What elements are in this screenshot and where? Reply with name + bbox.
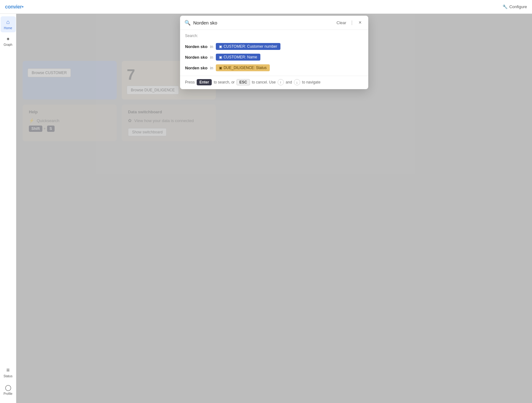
table-icon-3: ▣ xyxy=(219,66,222,70)
search-result-2: Norden sko in ▣ CUSTOMER: Name xyxy=(185,52,363,62)
divider: | xyxy=(351,20,353,25)
search-footer: Press Enter to search, or ESC to cancel.… xyxy=(180,76,368,89)
sidebar-item-profile[interactable]: ◯ Profile xyxy=(1,382,16,398)
arrow-down-icon: ↓ xyxy=(294,79,300,85)
sidebar-item-home[interactable]: ⌂ Home xyxy=(1,16,16,32)
sidebar-item-graph[interactable]: ✦ Graph xyxy=(1,34,16,49)
search-close-button[interactable]: × xyxy=(356,19,364,26)
arrow-up-icon: ↑ xyxy=(278,79,284,85)
graph-icon: ✦ xyxy=(6,36,10,42)
search-body: Search: Norden sko in ▣ CUSTOMER: Custom… xyxy=(180,30,368,76)
main-content: Browse CUSTOMER 7 Browse DUE_DILIGENCE H… xyxy=(16,14,532,403)
search-input-row: 🔍 Clear | × xyxy=(180,16,368,30)
home-icon: ⌂ xyxy=(6,19,10,25)
table-icon-1: ▣ xyxy=(219,45,222,49)
enter-key: Enter xyxy=(197,79,212,85)
search-result-chip-2[interactable]: ▣ CUSTOMER: Name xyxy=(216,54,260,61)
search-icon: 🔍 xyxy=(184,20,191,26)
configure-button[interactable]: 🔧 Configure xyxy=(503,4,527,9)
app-logo: convier• xyxy=(5,4,24,10)
search-result-chip-3[interactable]: ▣ DUE_DILIGENCE: Status xyxy=(216,64,270,71)
search-section-label: Search: xyxy=(185,34,363,38)
search-input[interactable] xyxy=(193,20,333,25)
topbar: convier• 🔧 Configure xyxy=(0,0,532,14)
esc-key: ESC xyxy=(237,79,250,85)
search-clear-button[interactable]: Clear xyxy=(335,20,348,25)
table-icon-2: ▣ xyxy=(219,55,222,59)
sidebar: ⌂ Home ✦ Graph ≡ Status ◯ Profile xyxy=(0,14,16,403)
wrench-icon: 🔧 xyxy=(503,4,508,9)
status-icon: ≡ xyxy=(6,367,10,373)
search-modal: 🔍 Clear | × Search: Norden sko in ▣ CUST… xyxy=(180,16,368,89)
search-result-1: Norden sko in ▣ CUSTOMER: Customer numbe… xyxy=(185,41,363,52)
profile-icon: ◯ xyxy=(5,384,11,391)
search-result-3: Norden sko in ▣ DUE_DILIGENCE: Status xyxy=(185,62,363,73)
sidebar-item-status[interactable]: ≡ Status xyxy=(1,364,16,380)
search-result-chip-1[interactable]: ▣ CUSTOMER: Customer number xyxy=(216,43,280,50)
